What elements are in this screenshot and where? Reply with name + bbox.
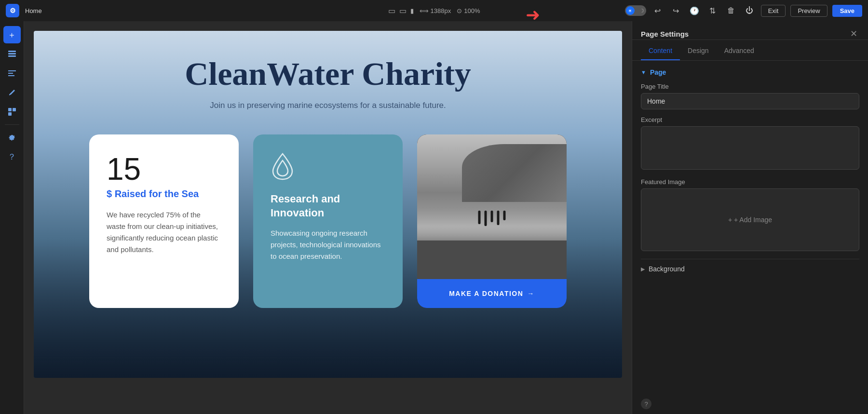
undo-button[interactable]: ↩	[651, 4, 665, 17]
sidebar-separator	[5, 124, 19, 125]
figure	[478, 211, 481, 224]
mobile-icon[interactable]: ▮	[410, 7, 414, 14]
left-sidebar: ＋ ？	[0, 21, 24, 414]
card-donation[interactable]: MAKE A DONATION →	[417, 134, 567, 308]
power-button[interactable]: ⏻	[743, 4, 756, 17]
redo-button[interactable]: ↪	[669, 4, 683, 17]
card-text: We have recycled 75% of the waste from o…	[107, 209, 221, 255]
page-canvas: CleanWater Charity Join us in preserving…	[24, 21, 632, 414]
svg-rect-7	[13, 108, 16, 111]
sidebar-item-add[interactable]: ＋	[3, 26, 21, 43]
sidebar-item-edit[interactable]	[3, 84, 21, 101]
panel-title: Page Settings	[641, 30, 689, 38]
sidebar-item-settings[interactable]	[3, 129, 21, 146]
desktop-icon[interactable]: ▭	[388, 6, 395, 15]
page-title-input[interactable]	[641, 93, 859, 109]
save-button[interactable]: Save	[832, 5, 862, 17]
page-content: CleanWater Charity Join us in preserving…	[34, 31, 622, 378]
figure	[491, 211, 493, 222]
section-page-label: Page	[650, 68, 666, 76]
zoom-control[interactable]: ⊙ 100%	[457, 7, 480, 14]
sidebar-item-navigator[interactable]	[3, 65, 21, 82]
help-button[interactable]: ?	[641, 399, 651, 409]
background-chevron-icon: ▶	[641, 266, 645, 272]
topbar: ⚙ Home ▭ ▭ ▮ ⟺ 1388px ⊙ 100% ➜ ☀ ☽ ↩ ↪ 🕐…	[0, 0, 868, 21]
svg-rect-1	[8, 53, 16, 54]
tablet-icon[interactable]: ▭	[399, 6, 407, 15]
beach-water	[417, 226, 567, 240]
tab-advanced[interactable]: Advanced	[717, 42, 762, 60]
right-panel: Page Settings ✕ Content Design Advanced …	[632, 21, 868, 414]
page-name-label: Home	[25, 7, 42, 14]
card-text: Showcasing ongoing research projects, te…	[271, 227, 385, 262]
card-title: $ Raised for the Sea	[107, 188, 221, 200]
page-heading: CleanWater Charity	[185, 55, 471, 93]
topbar-right-controls: ☀ ☽ ↩ ↪ 🕐 ⇅ 🗑 ⏻ Exit Preview Save	[625, 4, 862, 17]
exit-button[interactable]: Exit	[761, 5, 786, 17]
excerpt-textarea[interactable]	[641, 126, 859, 170]
svg-rect-6	[8, 108, 12, 111]
topbar-center-controls: ▭ ▭ ▮ ⟺ 1388px ⊙ 100%	[388, 6, 480, 15]
svg-rect-5	[8, 75, 14, 76]
svg-rect-3	[8, 70, 16, 71]
featured-image-box[interactable]: + + Add Image	[641, 188, 859, 251]
section-chevron: ▼	[641, 69, 646, 75]
main-layout: ＋ ？ CleanWater Charity Join us in preser…	[0, 21, 868, 414]
panel-bottom: ?	[632, 394, 868, 414]
section-page-header[interactable]: ▼ Page	[641, 68, 859, 76]
cards-row: 15 $ Raised for the Sea We have recycled…	[53, 134, 603, 308]
sidebar-item-templates[interactable]	[3, 103, 21, 120]
logo-button[interactable]: ⚙	[6, 4, 19, 17]
zoom-value: 100%	[464, 7, 480, 14]
help-icon: ?	[644, 401, 648, 408]
donation-button-arrow: →	[527, 290, 535, 297]
page-title-label: Page Title	[641, 83, 859, 90]
logo-icon: ⚙	[10, 7, 16, 14]
responsive-button[interactable]: ⇅	[706, 4, 719, 17]
width-control[interactable]: ⟺ 1388px	[420, 7, 451, 14]
svg-rect-8	[8, 112, 12, 116]
svg-rect-4	[8, 73, 13, 74]
theme-toggle-knob: ☀	[626, 6, 635, 15]
donation-button[interactable]: MAKE A DONATION →	[417, 279, 567, 308]
panel-body: ▼ Page Page Title Excerpt Featured Image…	[632, 61, 868, 394]
beach-figures	[478, 211, 506, 226]
zoom-icon: ⊙	[457, 7, 462, 14]
trash-button[interactable]: 🗑	[724, 4, 738, 17]
beach-hill	[462, 144, 567, 202]
schedule-button[interactable]: 🕐	[688, 4, 701, 17]
width-value: 1388px	[431, 7, 451, 14]
tab-content[interactable]: Content	[641, 42, 680, 60]
sidebar-item-help[interactable]: ？	[3, 148, 21, 165]
panel-close-button[interactable]: ✕	[848, 28, 859, 40]
drop-icon	[271, 152, 385, 183]
canvas-area: CleanWater Charity Join us in preserving…	[24, 21, 632, 414]
donation-button-label: MAKE A DONATION	[449, 290, 523, 297]
width-icon: ⟺	[420, 7, 429, 14]
figure	[485, 211, 487, 226]
add-image-label: + Add Image	[734, 216, 772, 224]
excerpt-label: Excerpt	[641, 116, 859, 123]
preview-button[interactable]: Preview	[790, 5, 827, 17]
card-number: 15	[107, 154, 221, 185]
svg-rect-0	[8, 55, 16, 57]
background-section-toggle[interactable]: ▶ Background	[641, 259, 859, 279]
beach-scene	[417, 134, 567, 240]
panel-tabs: Content Design Advanced	[632, 42, 868, 61]
device-switcher: ▭ ▭ ▮	[388, 6, 414, 15]
card-research[interactable]: Research and Innovation Showcasing ongoi…	[253, 134, 403, 308]
figure	[503, 211, 506, 220]
card-raised-sea[interactable]: 15 $ Raised for the Sea We have recycled…	[89, 134, 239, 308]
featured-image-label: Featured Image	[641, 178, 859, 186]
figure	[497, 211, 500, 225]
card-image-area	[417, 134, 567, 279]
add-image-plus-icon: +	[728, 216, 732, 224]
sidebar-item-layers[interactable]	[3, 45, 21, 63]
background-section-label: Background	[649, 265, 685, 273]
panel-header: Page Settings ✕	[632, 21, 868, 40]
theme-toggle-moon-icon: ☽	[639, 8, 644, 14]
card-title: Research and Innovation	[271, 192, 385, 220]
theme-toggle[interactable]: ☀ ☽	[625, 5, 646, 16]
tab-design[interactable]: Design	[680, 42, 717, 60]
svg-rect-2	[8, 51, 16, 52]
